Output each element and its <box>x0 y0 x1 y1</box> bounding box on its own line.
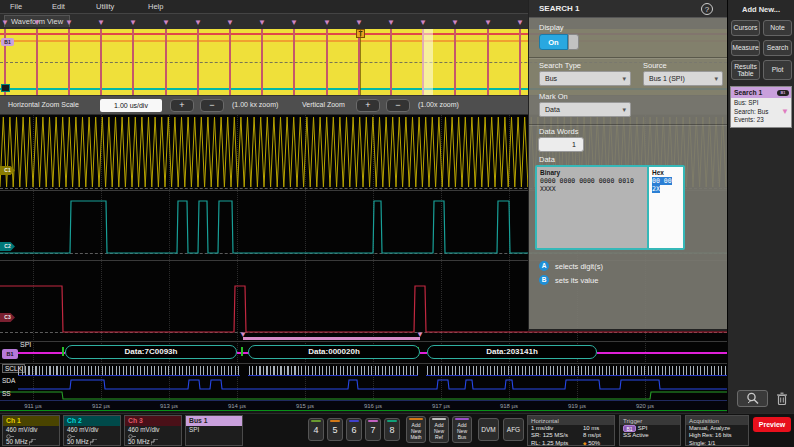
search-result-body: Bus: SPI Search: Bus Events: 23 ▼ <box>731 98 791 127</box>
add-plot-button[interactable]: Plot <box>763 60 792 80</box>
search-result-header[interactable]: Search 1 B1 <box>731 87 791 98</box>
overview-search-mark-line <box>293 29 295 95</box>
search-mark-icon[interactable]: ▼ <box>451 18 459 27</box>
search-mark-icon[interactable]: ▼ <box>33 18 41 27</box>
dvm-button[interactable]: DVM <box>478 418 499 441</box>
add-new-ref-button[interactable]: Add New Ref <box>429 416 449 443</box>
hzoom-scale-input[interactable]: 1.00 us/div <box>100 99 162 112</box>
search-mark-icon[interactable]: ▼ <box>419 18 427 27</box>
hzoom-plus-button[interactable]: + <box>170 99 194 112</box>
search-type-dropdown[interactable]: Bus ▾ <box>539 71 631 86</box>
zoom-tool-button[interactable] <box>737 390 768 407</box>
menu-file[interactable]: File <box>10 2 22 11</box>
hex-header: Hex <box>652 169 680 176</box>
channel-scale: 460 mV/div <box>3 426 59 433</box>
channel-color-stripe <box>368 420 378 422</box>
bus-data-frame[interactable]: Data:203141h <box>427 345 597 359</box>
time-axis-label: 917 µs <box>428 403 454 409</box>
search-mark-icon[interactable]: ▼ <box>129 18 137 27</box>
hex-pane[interactable]: Hex 00 00 2X <box>647 167 683 248</box>
search-mark-icon[interactable]: ▼ <box>387 18 395 27</box>
channel-badge-ch3[interactable]: Ch 3460 mV/div50 MHz <box>124 415 182 446</box>
mark-on-dropdown[interactable]: Data ▾ <box>539 102 631 117</box>
horizontal-duration: 10 ms <box>583 425 615 432</box>
vzoom-minus-button[interactable]: − <box>386 99 410 112</box>
search-mark-icon[interactable]: ▼ <box>290 18 298 27</box>
bus-data-frame[interactable]: Data:000020h <box>248 345 420 359</box>
trigger-type: SPI <box>638 425 648 431</box>
add-new-bus-button[interactable]: Add New Bus <box>452 416 472 443</box>
add-results-table-button[interactable]: Results Table <box>731 60 760 80</box>
data-words-input[interactable]: 1 <box>538 137 584 152</box>
channel-4-button[interactable]: 4 <box>308 418 324 441</box>
search-mark-icon[interactable]: ▼ <box>516 18 524 27</box>
knob-a-icon: A <box>539 261 549 271</box>
search-mark-icon[interactable]: ▼ <box>162 18 170 27</box>
channel-bandwidth: 50 MHz <box>125 438 181 445</box>
hzoom-minus-button[interactable]: − <box>200 99 224 112</box>
channel-badge-bus1[interactable]: Bus 1SPI <box>185 415 243 446</box>
channel-7-button[interactable]: 7 <box>365 418 381 441</box>
search-mark-icon[interactable]: ▼ <box>1 18 9 27</box>
display-on-toggle[interactable]: On <box>539 34 568 50</box>
horizontal-badge[interactable]: Horizontal 1 ms/div 10 ms SR: 125 MS/s 8… <box>527 415 615 446</box>
overview-left-handle[interactable] <box>1 84 10 92</box>
overview-search-mark-line <box>487 29 489 95</box>
vzoom-plus-button[interactable]: + <box>356 99 380 112</box>
bandwidth-icon <box>151 439 158 445</box>
time-axis-label: 911 µs <box>20 403 46 409</box>
time-axis-label: 912 µs <box>88 403 114 409</box>
search-panel-header[interactable]: SEARCH 1 ? <box>529 0 727 18</box>
overview-search-mark-line <box>197 29 199 95</box>
channel-8-button[interactable]: 8 <box>384 418 400 441</box>
search-mark-icon[interactable]: ▼ <box>258 18 266 27</box>
search-mark-icon[interactable]: ▼ <box>194 18 202 27</box>
menu-edit[interactable]: Edit <box>52 2 65 11</box>
bus-data-frame[interactable]: Data:7C0093h <box>65 345 237 359</box>
zoom-window-indicator[interactable] <box>422 29 433 95</box>
horizontal-position: 50% <box>588 440 600 446</box>
add-measure-button[interactable]: Measure <box>731 40 760 56</box>
overview-search-mark-line <box>132 29 134 95</box>
bus-badge[interactable]: B1 <box>2 349 18 359</box>
data-pattern-box[interactable]: Binary 0000 0000 0000 0000 0010 XXXX Hex… <box>535 165 685 250</box>
acquisition-badge[interactable]: Acquisition Manual, Analyze High Res: 16… <box>685 415 749 446</box>
overview-search-mark-line <box>68 29 70 95</box>
afg-button[interactable]: AFG <box>503 418 524 441</box>
mark-on-value: Data <box>545 106 560 113</box>
display-toggle-knob[interactable] <box>568 34 579 50</box>
source-dropdown[interactable]: Bus 1 (SPI) ▾ <box>643 71 723 86</box>
search-mark-icon[interactable]: ▼ <box>355 18 363 27</box>
menu-utility[interactable]: Utility <box>96 2 114 11</box>
channel-color-stripe <box>311 420 321 422</box>
channel-badge-ch2[interactable]: Ch 2460 mV/div50 MHz <box>63 415 121 446</box>
search-mark-icon[interactable]: ▼ <box>484 18 492 27</box>
preview-button[interactable]: Preview <box>753 417 791 432</box>
add-note-button[interactable]: Note <box>763 20 792 36</box>
menu-help[interactable]: Help <box>148 2 163 11</box>
add-search-button[interactable]: Search <box>763 40 792 56</box>
search-mark-icon[interactable]: ▼ <box>226 18 234 27</box>
binary-pane[interactable]: Binary 0000 0000 0000 0000 0010 XXXX <box>537 167 647 248</box>
help-icon[interactable]: ? <box>701 3 713 15</box>
overview-search-mark-line <box>165 29 167 95</box>
channel-5-button[interactable]: 5 <box>327 418 343 441</box>
search-result-card[interactable]: Search 1 B1 Bus: SPI Search: Bus Events:… <box>730 86 792 128</box>
data-label: Data <box>539 155 555 164</box>
channel-6-button[interactable]: 6 <box>346 418 362 441</box>
overview-search-mark-line <box>229 29 231 95</box>
channel-badge-ch1[interactable]: Ch 1460 mV/div50 MHz <box>2 415 60 446</box>
button-color-stripe <box>432 418 446 420</box>
sample-interval: 8 ns/pt <box>583 432 615 439</box>
search-result-bus-pill: B1 <box>777 90 789 96</box>
search-mark-icon[interactable]: ▼ <box>97 18 105 27</box>
add-cursors-button[interactable]: Cursors <box>731 20 760 36</box>
trigger-badge[interactable]: Trigger B1 SPI SS Active <box>619 415 681 446</box>
search-mark-icon[interactable]: ▼ <box>65 18 73 27</box>
time-axis-label: 920 µs <box>632 403 658 409</box>
position-icon: ◆ <box>583 441 586 446</box>
channel-color-stripe <box>349 420 359 422</box>
delete-tool-button[interactable] <box>773 390 790 407</box>
add-new-math-button[interactable]: Add New Math <box>406 416 426 443</box>
search-mark-icon[interactable]: ▼ <box>323 18 331 27</box>
